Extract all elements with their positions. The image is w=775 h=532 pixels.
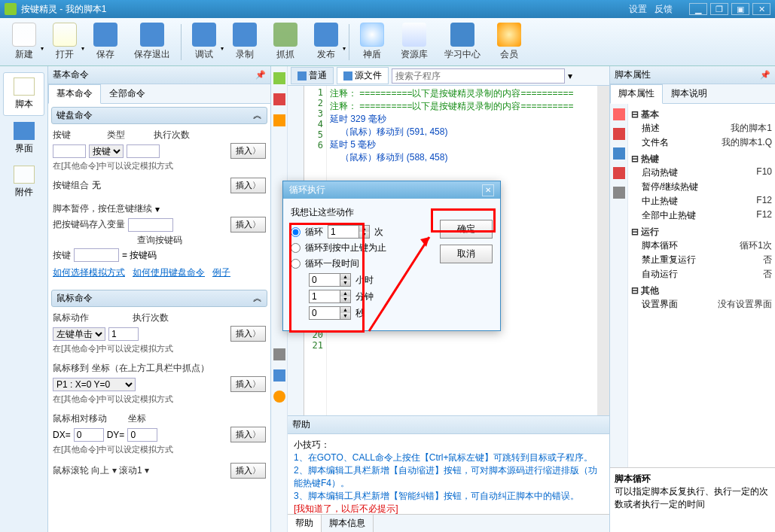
spin-down[interactable]: ▼ — [340, 313, 350, 319]
tab-basic-commands[interactable]: 基本命令 — [48, 84, 101, 104]
radio-loop-count[interactable] — [291, 227, 301, 237]
hours-input[interactable] — [310, 274, 340, 286]
prop-stopall-hotkey[interactable]: 全部中止热键F12 — [631, 208, 772, 223]
open-button[interactable]: 打开▾ — [47, 21, 83, 62]
store-button[interactable]: 资源库 — [395, 21, 434, 62]
spin-up[interactable]: ▲ — [359, 226, 369, 232]
cancel-button[interactable]: 取消 — [440, 245, 493, 263]
prop-ui[interactable]: 设置界面没有设置界面 — [631, 297, 772, 312]
prop-stop-hotkey[interactable]: 中止热键F12 — [631, 194, 772, 208]
prop-icon-1[interactable] — [613, 108, 625, 120]
prop-loop[interactable]: 脚本循环循环1次 — [631, 239, 772, 253]
prop-pause-hotkey[interactable]: 暂停/继续热键 — [631, 180, 772, 194]
insert-rel-button[interactable]: 插入〉 — [230, 427, 266, 442]
spin-down[interactable]: ▼ — [340, 280, 350, 286]
arrow-left-icon[interactable] — [273, 72, 285, 84]
prop-auto[interactable]: 自动运行否 — [631, 267, 772, 281]
spin-down[interactable]: ▼ — [359, 232, 369, 238]
prop-file[interactable]: 文件名我的脚本1.Q — [631, 135, 772, 150]
minimize-button[interactable]: ▁ — [689, 3, 707, 15]
link-kb-usage[interactable]: 如何使用键盘命令 — [133, 267, 205, 278]
save-button[interactable]: 保存 — [87, 21, 124, 62]
prop-icon-2[interactable] — [613, 128, 625, 140]
delete-icon[interactable] — [273, 93, 285, 105]
maximize-button[interactable]: ▣ — [731, 3, 749, 15]
group-run[interactable]: ⊟ 运行 — [631, 226, 772, 239]
seconds-input[interactable] — [310, 307, 340, 319]
savekey-input[interactable] — [128, 218, 173, 232]
view-source-button[interactable]: 源文件 — [337, 67, 389, 84]
group-other[interactable]: ⊟ 其他 — [631, 284, 772, 297]
publish-button[interactable]: 发布▾ — [308, 21, 344, 62]
dx-input[interactable] — [74, 428, 104, 442]
feedback-link[interactable]: 反馈 — [654, 3, 673, 16]
spin-up[interactable]: ▲ — [340, 274, 350, 280]
insert-scroll-button[interactable]: 插入〉 — [230, 463, 266, 479]
point-select[interactable]: P1 : X=0 Y=0 — [53, 378, 136, 391]
tab-script-props[interactable]: 脚本属性 — [610, 84, 663, 104]
times-input[interactable] — [127, 144, 160, 158]
query-key-input[interactable] — [74, 248, 119, 262]
ok-button[interactable]: 确定 — [440, 220, 493, 239]
minutes-input[interactable] — [310, 290, 340, 302]
prop-icon-4[interactable] — [613, 167, 625, 179]
record-button[interactable]: 录制 — [227, 21, 263, 62]
tab-all-commands[interactable]: 全部命令 — [101, 84, 154, 103]
spin-up[interactable]: ▲ — [340, 290, 350, 296]
key-input[interactable] — [53, 144, 86, 158]
dialog-close-button[interactable]: ✕ — [482, 184, 494, 196]
tab-ui[interactable]: 界面 — [3, 117, 44, 160]
dy-input[interactable] — [127, 428, 157, 442]
learn-button[interactable]: 学习中心 — [438, 21, 487, 62]
link-sim-mode[interactable]: 如何选择模拟方式 — [53, 267, 125, 278]
mouse-times-input[interactable] — [108, 327, 139, 341]
eye-icon[interactable] — [273, 391, 285, 403]
vip-button[interactable]: 会员 — [491, 21, 527, 62]
section-mouse[interactable]: 鼠标命令︽ — [51, 290, 267, 307]
insert-key-button[interactable]: 插入〉 — [230, 143, 266, 159]
settings-link[interactable]: 设置 — [629, 3, 647, 16]
prop-desc[interactable]: 描述我的脚本1 — [631, 121, 772, 135]
mouse-action-select[interactable]: 左键单击 — [53, 327, 105, 341]
check-icon[interactable] — [273, 369, 285, 382]
link-example[interactable]: 例子 — [212, 267, 230, 278]
radio-loop-time[interactable] — [291, 259, 301, 269]
tab-script[interactable]: 脚本 — [3, 72, 44, 116]
tab-script-desc[interactable]: 脚本说明 — [663, 84, 716, 103]
insert-combo-button[interactable]: 插入〉 — [230, 178, 266, 193]
search-dropdown-icon[interactable]: ▾ — [568, 71, 572, 81]
chevron-down-icon[interactable]: ▾ — [155, 204, 160, 214]
new-button[interactable]: 新建▾ — [6, 21, 42, 62]
close-button[interactable]: ✕ — [752, 3, 770, 15]
prop-start-hotkey[interactable]: 启动热键F10 — [631, 166, 772, 180]
group-basic[interactable]: ⊟ 基本 — [631, 108, 772, 121]
editor-scrollbar[interactable] — [597, 86, 609, 415]
section-keyboard[interactable]: 键盘命令︽ — [51, 107, 267, 124]
restore-button[interactable]: ❐ — [710, 3, 728, 15]
grab-button[interactable]: 抓抓 — [267, 21, 304, 62]
prop-icon-5[interactable] — [613, 187, 625, 199]
search-subroutine-input[interactable] — [392, 68, 565, 84]
type-select[interactable]: 按键 — [89, 144, 124, 158]
dismiss-tips-link[interactable]: [我知道了，以后不必提示] — [294, 503, 603, 514]
debug-button[interactable]: 调试▾ — [186, 21, 222, 62]
insert-mouse-button[interactable]: 插入〉 — [230, 326, 266, 342]
tab-attach[interactable]: 附件 — [3, 161, 44, 203]
prop-icon-3[interactable] — [613, 147, 625, 160]
tab-script-info[interactable]: 脚本信息 — [322, 515, 374, 532]
radio-loop-stop[interactable] — [291, 243, 301, 253]
hand-icon[interactable] — [273, 114, 285, 126]
save-exit-button[interactable]: 保存退出 — [128, 21, 176, 62]
pin-icon[interactable]: 📌 — [255, 70, 266, 80]
view-normal-button[interactable]: 普通 — [291, 67, 334, 84]
insert-move-button[interactable]: 插入〉 — [230, 376, 266, 392]
spin-up[interactable]: ▲ — [340, 307, 350, 313]
insert-save-button[interactable]: 插入〉 — [230, 217, 266, 233]
indent-icon[interactable] — [273, 348, 285, 360]
shield-button[interactable]: 神盾 — [354, 21, 390, 62]
pin-icon[interactable]: 📌 — [760, 70, 770, 80]
loop-count-input[interactable] — [328, 226, 359, 238]
tab-help[interactable]: 帮助 — [288, 515, 322, 532]
group-hotkey[interactable]: ⊟ 热键 — [631, 153, 772, 166]
spin-down[interactable]: ▼ — [340, 296, 350, 302]
